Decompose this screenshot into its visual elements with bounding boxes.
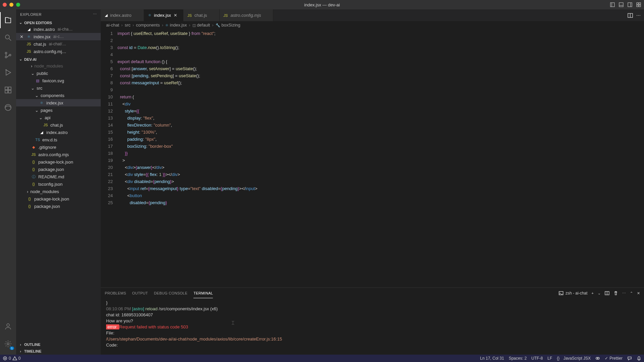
status-problems[interactable]: 0 0 <box>3 356 20 361</box>
file-item[interactable]: JSchat.js <box>16 121 101 129</box>
breadcrumb-item[interactable]: ⚛ index.jsx <box>165 22 187 28</box>
open-editor-item[interactable]: ◢ index.astro ai-cha… <box>16 26 101 33</box>
status-language[interactable]: {} JavaScript JSX <box>557 356 591 361</box>
file-item[interactable]: TSenv.d.ts <box>16 136 101 143</box>
status-indent[interactable]: Spaces: 2 <box>509 356 526 361</box>
folder-item[interactable]: ⌄api <box>16 114 101 121</box>
line-number[interactable]: 3 <box>101 44 113 51</box>
run-debug-view-icon[interactable] <box>0 64 16 81</box>
file-item[interactable]: {}package.json <box>16 166 101 173</box>
line-number[interactable]: 11 <box>101 100 113 107</box>
minimap[interactable] <box>624 29 644 287</box>
line-number[interactable]: 19 <box>101 157 113 164</box>
open-editor-item[interactable]: JS chat.js ai-chat/… <box>16 40 101 48</box>
folder-item[interactable]: ⌄components <box>16 92 101 99</box>
search-view-icon[interactable] <box>0 30 16 46</box>
line-number[interactable]: 13 <box>101 115 113 122</box>
zoom-window[interactable] <box>16 3 20 7</box>
line-number[interactable]: 18 <box>101 150 113 157</box>
file-item[interactable]: ⚛index.jsx <box>16 99 101 106</box>
line-number[interactable]: 17 <box>101 143 113 150</box>
settings-gear-icon[interactable]: 1 <box>0 336 16 352</box>
extensions-view-icon[interactable] <box>0 82 16 98</box>
status-bell-icon[interactable] <box>637 356 641 361</box>
scm-view-icon[interactable] <box>0 47 16 63</box>
line-number[interactable]: 24 <box>101 192 113 199</box>
breadcrumbs[interactable]: ai-chat›src›components›⚛ index.jsx›◫ def… <box>101 21 644 29</box>
split-terminal-icon[interactable] <box>605 291 609 296</box>
file-item[interactable]: {}package.json <box>16 202 101 210</box>
terminal-output[interactable]: }08:10:06 PM [astro] reload /src/compone… <box>101 299 644 355</box>
close-icon[interactable]: ✕ <box>19 34 24 39</box>
toggle-panel-icon[interactable] <box>618 2 624 7</box>
split-editor-icon[interactable] <box>628 13 633 18</box>
breadcrumb-item[interactable]: ai-chat <box>106 22 119 28</box>
section-folder[interactable]: ⌄ DEV-AI <box>16 56 101 62</box>
line-number[interactable]: 21 <box>101 171 113 178</box>
folder-item[interactable]: ›node_modules <box>16 188 101 195</box>
status-prettier[interactable]: ✓ Prettier <box>605 356 623 361</box>
line-number[interactable]: 25 <box>101 199 113 206</box>
toggle-primary-sidebar-icon[interactable] <box>610 2 615 7</box>
file-item[interactable]: ◢index.astro <box>16 129 101 136</box>
breadcrumb-item[interactable]: 🔧 boxSizing <box>216 22 240 28</box>
file-item[interactable]: {}tsconfig.json <box>16 180 101 188</box>
open-editor-item[interactable]: JS astro.config.mj… <box>16 48 101 55</box>
breadcrumb-item[interactable]: src <box>125 22 130 28</box>
tab-more-icon[interactable]: ⋯ <box>636 13 641 18</box>
line-number[interactable]: 10 <box>101 93 113 100</box>
code-editor[interactable]: 1234567891011121314151617181920212223242… <box>101 29 644 287</box>
terminal-profile[interactable]: zsh - ai-chat <box>559 291 587 296</box>
minimize-window[interactable] <box>9 3 13 7</box>
edge-tools-icon[interactable] <box>0 99 16 116</box>
status-copilot-icon[interactable] <box>595 356 600 361</box>
status-cursor-position[interactable]: Ln 17, Col 31 <box>480 356 504 361</box>
folder-item[interactable]: ›node_modules <box>16 62 101 70</box>
line-number[interactable]: 2 <box>101 37 113 44</box>
panel-tab-debug-console[interactable]: DEBUG CONSOLE <box>154 288 188 298</box>
line-number[interactable]: 14 <box>101 122 113 129</box>
panel-more-icon[interactable]: ⋯ <box>622 291 626 296</box>
file-item[interactable]: JSastro.config.mjs <box>16 151 101 158</box>
folder-item[interactable]: ⌄public <box>16 70 101 77</box>
kill-terminal-icon[interactable] <box>613 291 618 296</box>
section-outline[interactable]: › OUTLINE <box>16 342 101 347</box>
sidebar-more-icon[interactable]: ⋯ <box>93 12 97 16</box>
new-terminal-icon[interactable]: + <box>592 291 594 295</box>
close-panel-icon[interactable]: ✕ <box>637 291 640 296</box>
maximize-panel-icon[interactable]: ⌃ <box>630 291 633 296</box>
line-number[interactable]: 7 <box>101 72 113 79</box>
close-window[interactable] <box>3 3 7 7</box>
line-number[interactable]: 9 <box>101 86 113 93</box>
terminal-dropdown-icon[interactable]: ⌄ <box>598 291 601 296</box>
line-number[interactable]: 20 <box>101 164 113 171</box>
open-editor-item[interactable]: ✕ ⚛ index.jsx ai-c… <box>16 33 101 40</box>
breadcrumb-item[interactable]: ◫ default <box>192 22 210 28</box>
status-eol[interactable]: LF <box>548 356 552 361</box>
editor-tab[interactable]: JS astro.config.mjs <box>220 9 274 21</box>
line-number[interactable]: 23 <box>101 185 113 192</box>
file-item[interactable]: {}package-lock.json <box>16 158 101 166</box>
panel-tab-terminal[interactable]: TERMINAL <box>193 288 213 298</box>
line-number[interactable]: 8 <box>101 79 113 86</box>
file-item[interactable]: ▧favicon.svg <box>16 77 101 84</box>
section-open-editors[interactable]: ⌄ OPEN EDITORS <box>16 20 101 26</box>
customize-layout-icon[interactable] <box>636 2 641 7</box>
section-timeline[interactable]: › TIMELINE <box>16 349 101 354</box>
folder-item[interactable]: ⌄pages <box>16 106 101 114</box>
line-number[interactable]: 1 <box>101 30 113 37</box>
accounts-icon[interactable] <box>0 318 16 334</box>
folder-item[interactable]: ⌄src <box>16 84 101 92</box>
toggle-secondary-sidebar-icon[interactable] <box>627 2 633 7</box>
explorer-view-icon[interactable] <box>0 12 16 28</box>
panel-tab-output[interactable]: OUTPUT <box>132 288 148 298</box>
close-tab-icon[interactable]: ✕ <box>174 13 179 18</box>
line-number[interactable]: 4 <box>101 51 113 58</box>
line-number[interactable]: 15 <box>101 129 113 136</box>
file-item[interactable]: {}package-lock.json <box>16 195 101 202</box>
line-number[interactable]: 16 <box>101 136 113 143</box>
editor-tab[interactable]: ⚛ index.jsx ✕ <box>144 9 184 21</box>
line-number[interactable]: 12 <box>101 107 113 115</box>
editor-tab[interactable]: JS chat.js <box>183 9 219 21</box>
file-item[interactable]: ◆.gitignore <box>16 143 101 151</box>
